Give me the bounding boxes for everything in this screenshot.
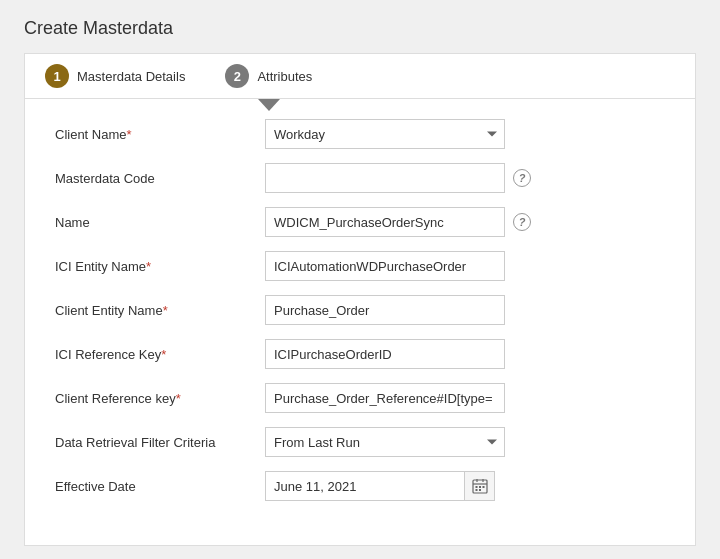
calendar-icon[interactable] (465, 471, 495, 501)
client-entity-name-input[interactable] (265, 295, 505, 325)
ici-reference-key-label: ICI Reference Key* (55, 347, 265, 362)
step-2-container: 2 Attributes (205, 53, 332, 99)
data-retrieval-row: Data Retrieval Filter Criteria From Last… (55, 427, 665, 457)
name-label: Name (55, 215, 265, 230)
ici-reference-key-required: * (161, 347, 166, 362)
effective-date-input-wrap (265, 471, 495, 501)
name-input[interactable] (265, 207, 505, 237)
ici-reference-key-row: ICI Reference Key* (55, 339, 665, 369)
step-2[interactable]: 2 Attributes (205, 53, 332, 99)
page-title: Create Masterdata (24, 18, 696, 39)
client-name-required: * (127, 127, 132, 142)
data-retrieval-select-wrap: From Last Run All Records (265, 427, 505, 457)
data-retrieval-label: Data Retrieval Filter Criteria (55, 435, 265, 450)
masterdata-code-label: Masterdata Code (55, 171, 265, 186)
effective-date-label: Effective Date (55, 479, 265, 494)
ici-entity-name-label: ICI Entity Name* (55, 259, 265, 274)
data-retrieval-control: From Last Run All Records (265, 427, 665, 457)
masterdata-code-help-icon[interactable]: ? (513, 169, 531, 187)
masterdata-code-input[interactable] (265, 163, 505, 193)
client-entity-name-control (265, 295, 665, 325)
client-name-label: Client Name* (55, 127, 265, 142)
ici-entity-name-required: * (146, 259, 151, 274)
svg-rect-6 (482, 486, 484, 488)
client-name-control: Workday (265, 119, 665, 149)
ici-entity-name-input[interactable] (265, 251, 505, 281)
step-1-label: Masterdata Details (77, 69, 185, 84)
step-2-chevron-icon (258, 99, 280, 111)
svg-rect-5 (479, 486, 481, 488)
ici-entity-name-row: ICI Entity Name* (55, 251, 665, 281)
step-2-label: Attributes (257, 69, 312, 84)
ici-reference-key-input[interactable] (265, 339, 505, 369)
svg-rect-7 (475, 489, 477, 491)
step-1-number: 1 (45, 64, 69, 88)
ici-reference-key-control (265, 339, 665, 369)
effective-date-control (265, 471, 665, 501)
step-2-number: 2 (225, 64, 249, 88)
client-reference-key-control (265, 383, 665, 413)
client-reference-key-input[interactable] (265, 383, 505, 413)
stepper: 1 Masterdata Details 2 Attributes (24, 53, 696, 99)
client-entity-name-row: Client Entity Name* (55, 295, 665, 325)
form-section: Client Name* Workday Masterdata Code ? (24, 99, 696, 546)
name-row: Name ? (55, 207, 665, 237)
svg-rect-4 (475, 486, 477, 488)
step-1[interactable]: 1 Masterdata Details (25, 54, 205, 98)
client-reference-key-required: * (176, 391, 181, 406)
client-name-select[interactable]: Workday (265, 119, 505, 149)
masterdata-code-control: ? (265, 163, 665, 193)
client-reference-key-row: Client Reference key* (55, 383, 665, 413)
client-entity-name-required: * (163, 303, 168, 318)
masterdata-code-row: Masterdata Code ? (55, 163, 665, 193)
ici-entity-name-control (265, 251, 665, 281)
name-control: ? (265, 207, 665, 237)
svg-rect-8 (479, 489, 481, 491)
client-entity-name-label: Client Entity Name* (55, 303, 265, 318)
client-reference-key-label: Client Reference key* (55, 391, 265, 406)
name-help-icon[interactable]: ? (513, 213, 531, 231)
effective-date-row: Effective Date (55, 471, 665, 501)
client-name-row: Client Name* Workday (55, 119, 665, 149)
data-retrieval-select[interactable]: From Last Run All Records (265, 427, 505, 457)
effective-date-input[interactable] (265, 471, 465, 501)
client-name-select-wrap: Workday (265, 119, 505, 149)
